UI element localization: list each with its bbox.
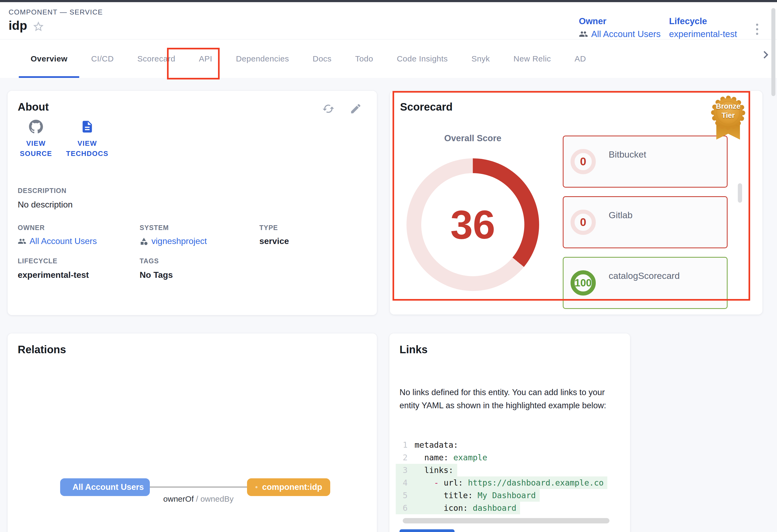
- tab[interactable]: CI/CD: [79, 39, 125, 78]
- browser-top-bar: [0, 0, 777, 2]
- view-source-label: VIEWSOURCE: [20, 138, 52, 159]
- refresh-icon[interactable]: [322, 103, 335, 115]
- relation-edge-label: ownerOf / ownedBy: [163, 495, 234, 504]
- system-field-label: SYSTEM: [140, 224, 169, 232]
- badge-text: BronzeTier: [710, 102, 746, 120]
- code-line: 2 name: example: [396, 451, 491, 464]
- breadcrumb: COMPONENT — SERVICE: [9, 8, 103, 16]
- scorecard-item[interactable]: 0 Bitbucket: [563, 136, 728, 187]
- scorecard-item-list: 0 Bitbucket 0 Gitlab 100 catalogScorecar…: [563, 136, 728, 314]
- page-title: idp: [9, 18, 27, 33]
- tab[interactable]: New Relic: [502, 39, 563, 78]
- tags-value: No Tags: [140, 270, 173, 280]
- tabs-overflow-chevron-icon[interactable]: [758, 47, 773, 62]
- relations-title: Relations: [18, 344, 66, 356]
- lifecycle-field-label: LIFECYCLE: [18, 257, 58, 265]
- lifecycle-value: experimental-test: [669, 29, 737, 39]
- tags-field-label: TAGS: [140, 257, 159, 265]
- overall-score-value: 36: [407, 158, 539, 291]
- techdocs-doc-icon: [80, 120, 94, 134]
- tab[interactable]: Snyk: [460, 39, 502, 78]
- bronze-tier-badge: BronzeTier: [710, 95, 746, 141]
- scorecard-item[interactable]: 0 Gitlab: [563, 196, 728, 248]
- score-ring: 0: [570, 210, 596, 235]
- favorite-star-icon[interactable]: [32, 20, 44, 33]
- chip-icon: [255, 483, 258, 492]
- about-system-link[interactable]: vigneshproject: [140, 236, 207, 246]
- owner-field-label: OWNER: [18, 224, 45, 232]
- scorecard-title: Scorecard: [400, 101, 453, 113]
- system-category-icon: [140, 237, 148, 246]
- relation-node-owner[interactable]: All Account Users: [60, 478, 150, 496]
- tab-bar: Overview CI/CD Scorecard API Dependencie…: [0, 39, 777, 78]
- relation-edge-line: [150, 487, 247, 488]
- more-options-kebab-icon[interactable]: [752, 20, 763, 39]
- type-value: service: [259, 236, 289, 246]
- tab[interactable]: AD: [563, 39, 598, 78]
- owner-link[interactable]: All Account Users: [579, 29, 661, 39]
- tab[interactable]: API: [187, 39, 224, 78]
- scorecard-list-scrollbar[interactable]: [738, 183, 742, 203]
- description-label: DESCRIPTION: [18, 187, 67, 194]
- overall-score-donut: 36: [407, 158, 539, 291]
- score-ring: 0: [570, 149, 596, 174]
- type-field-label: TYPE: [259, 224, 278, 232]
- code-line: 1metadata:: [396, 438, 462, 451]
- code-line: 4 - url: https://dashboard.example.co: [396, 477, 607, 489]
- relation-node-component[interactable]: component:idp: [247, 478, 330, 496]
- yaml-code-block: 1metadata: 2 name: example 3 links: 4 - …: [396, 438, 618, 516]
- scorecard-item-name: Gitlab: [608, 210, 633, 220]
- code-line: 5 title: My Dashboard: [396, 489, 540, 502]
- entity-header: COMPONENT — SERVICE idp Owner All Accoun…: [0, 2, 777, 39]
- description-value: No description: [18, 200, 73, 210]
- about-title: About: [18, 101, 49, 113]
- scorecard-item-name: catalogScorecard: [608, 271, 680, 281]
- tab[interactable]: Overview: [19, 39, 79, 78]
- about-lifecycle-value: experimental-test: [18, 270, 89, 280]
- window-scrollbar[interactable]: [771, 8, 775, 96]
- about-card: About VIEWSOURCE VIEWTECHDOCS DESCRIPTIO…: [7, 91, 377, 315]
- lifecycle-label: Lifecycle: [669, 16, 737, 26]
- links-action-button[interactable]: [400, 529, 455, 532]
- view-source-link[interactable]: VIEWSOURCE: [17, 120, 55, 159]
- score-ring: 100: [570, 270, 596, 295]
- links-card: Links No links defined for this entity. …: [389, 334, 630, 532]
- tab[interactable]: Dependencies: [224, 39, 301, 78]
- links-empty-text: No links defined for this entity. You ca…: [400, 386, 620, 412]
- code-horizontal-scrollbar[interactable]: [403, 518, 609, 523]
- people-icon: [579, 29, 588, 39]
- links-title: Links: [400, 344, 427, 356]
- github-icon: [29, 120, 43, 134]
- tab[interactable]: Code Insights: [385, 39, 460, 78]
- scorecard-card: Scorecard Overall Score 36 0 Bitbucket 0…: [390, 91, 763, 314]
- tab[interactable]: Todo: [343, 39, 385, 78]
- relations-card: Relations All Account Users component:id…: [7, 334, 377, 532]
- edit-pencil-icon[interactable]: [350, 103, 362, 115]
- tab[interactable]: Docs: [301, 39, 343, 78]
- tab[interactable]: Scorecard: [126, 39, 187, 78]
- people-icon: [18, 237, 26, 246]
- header-owner-field: Owner All Account Users: [579, 16, 661, 39]
- app-window: COMPONENT — SERVICE idp Owner All Accoun…: [0, 0, 777, 532]
- overall-score-label: Overall Score: [407, 133, 539, 143]
- code-line: 3 links:: [396, 464, 457, 477]
- about-owner-link[interactable]: All Account Users: [18, 236, 97, 246]
- view-techdocs-label: VIEWTECHDOCS: [66, 138, 108, 159]
- view-techdocs-link[interactable]: VIEWTECHDOCS: [65, 120, 110, 159]
- header-lifecycle-field: Lifecycle experimental-test: [669, 16, 737, 39]
- scorecard-item[interactable]: 100 catalogScorecard: [563, 257, 728, 309]
- code-line: 6 icon: dashboard: [396, 502, 520, 514]
- owner-label: Owner: [579, 16, 661, 26]
- scorecard-item-name: Bitbucket: [608, 149, 646, 160]
